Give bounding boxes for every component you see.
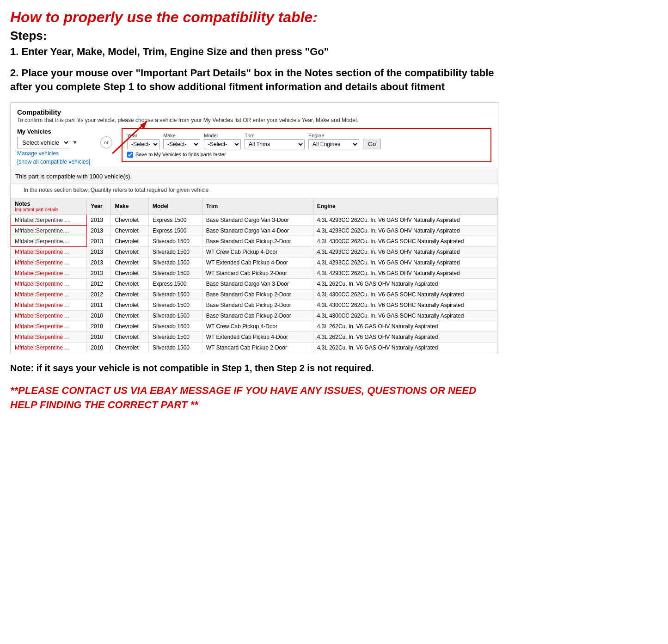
cell-model: Silverado 1500: [148, 342, 202, 353]
col-year: Year: [87, 198, 111, 215]
col-engine: Engine: [313, 198, 497, 215]
or-circle: or: [100, 136, 112, 148]
cell-notes: Mfrlabel:Serpentine ...: [11, 300, 87, 310]
cell-notes: Mfrlabel:Serpentine ...: [11, 246, 87, 257]
manage-vehicles-link[interactable]: Manage vehicles: [17, 150, 91, 157]
col-model: Model: [148, 198, 202, 215]
table-row: Mfrlabel:Serpentine ... 2013 Chevrolet S…: [11, 268, 498, 278]
cell-engine: 4.3L 4293CC 262Cu. In. V6 GAS OHV Natura…: [313, 257, 497, 268]
table-row: Mfrlabel:Serpentine ... 2011 Chevrolet S…: [11, 300, 498, 310]
cell-trim: WT Crew Cab Pickup 4-Door: [202, 246, 313, 257]
cell-year: 2013: [87, 246, 111, 257]
year-field: Year -Select-: [127, 133, 159, 149]
cell-model: Silverado 1500: [148, 236, 202, 246]
cell-trim: WT Standard Cab Pickup 2-Door: [202, 342, 313, 353]
dropdown-arrow-icon: ▼: [72, 139, 78, 146]
cell-engine: 4.3L 4300CC 262Cu. In. V6 GAS SOHC Natur…: [313, 310, 497, 321]
cell-trim: WT Standard Cab Pickup 2-Door: [202, 268, 313, 278]
cell-engine: 4.3L 262Cu. In. V6 GAS OHV Naturally Asp…: [313, 331, 497, 342]
cell-engine: 4.3L 262Cu. In. V6 GAS OHV Naturally Asp…: [313, 278, 497, 289]
model-select[interactable]: -Select-: [204, 139, 241, 149]
trim-label: Trim: [245, 133, 305, 138]
cell-make: Chevrolet: [111, 310, 149, 321]
make-label: Make: [163, 133, 200, 138]
qty-note: In the notes section below, Quantity ref…: [17, 184, 491, 198]
cell-year: 2013: [87, 236, 111, 246]
cell-notes: Mfrlabel:Serpentine ....: [11, 215, 87, 225]
cell-model: Silverado 1500: [148, 257, 202, 268]
engine-select[interactable]: All Engines: [308, 139, 359, 149]
cell-year: 2013: [87, 215, 111, 225]
cell-year: 2010: [87, 342, 111, 353]
cell-trim: Base Standard Cab Pickup 2-Door: [202, 236, 313, 246]
select-vehicle-row: Select vehicle ▼: [17, 137, 91, 148]
make-field: Make -Select-: [163, 133, 200, 149]
table-row: Mfrlabel:Serpentine.... 2013 Chevrolet E…: [11, 225, 498, 236]
model-label: Model: [204, 133, 241, 138]
save-checkbox[interactable]: [127, 152, 133, 158]
year-select[interactable]: -Select-: [127, 139, 159, 149]
table-row: Mfrlabel:Serpentine ... 2012 Chevrolet E…: [11, 278, 498, 289]
cell-make: Chevrolet: [111, 331, 149, 342]
cell-year: 2010: [87, 331, 111, 342]
cell-model: Silverado 1500: [148, 310, 202, 321]
cell-make: Chevrolet: [111, 215, 149, 225]
cell-trim: Base Standard Cargo Van 4-Door: [202, 225, 313, 236]
cell-engine: 4.3L 4300CC 262Cu. In. V6 GAS SOHC Natur…: [313, 236, 497, 246]
cell-trim: WT Crew Cab Pickup 4-Door: [202, 321, 313, 331]
cell-notes: Mfrlabel:Serpentine ...: [11, 342, 87, 353]
cell-trim: Base Standard Cargo Van 3-Door: [202, 215, 313, 225]
cell-notes: Mfrlabel:Serpentine....: [11, 236, 87, 246]
trim-select[interactable]: All Trims: [245, 139, 305, 149]
cell-engine: 4.3L 262Cu. In. V6 GAS OHV Naturally Asp…: [313, 321, 497, 331]
cell-make: Chevrolet: [111, 257, 149, 268]
cell-engine: 4.3L 262Cu. In. V6 GAS OHV Naturally Asp…: [313, 342, 497, 353]
cell-trim: Base Standard Cab Pickup 2-Door: [202, 310, 313, 321]
cell-engine: 4.3L 4300CC 262Cu. In. V6 GAS SOHC Natur…: [313, 300, 497, 310]
select-vehicle-dropdown[interactable]: Select vehicle: [17, 137, 70, 148]
save-label: Save to My Vehicles to finds parts faste…: [135, 152, 226, 157]
cell-year: 2011: [87, 300, 111, 310]
cell-make: Chevrolet: [111, 289, 149, 300]
cell-trim: Base Standard Cab Pickup 2-Door: [202, 289, 313, 300]
table-row: Mfrlabel:Serpentine ... 2010 Chevrolet S…: [11, 321, 498, 331]
vehicles-row: My Vehicles Select vehicle ▼ Manage vehi…: [17, 128, 491, 165]
contact-text: **PLEASE CONTACT US VIA EBAY MESSAGE IF …: [10, 384, 498, 412]
cell-make: Chevrolet: [111, 236, 149, 246]
table-header-row: Notes Important part details Year Make M…: [11, 198, 498, 215]
cell-model: Express 1500: [148, 225, 202, 236]
cell-model: Silverado 1500: [148, 321, 202, 331]
steps-title: Steps:: [10, 29, 498, 43]
cell-make: Chevrolet: [111, 225, 149, 236]
table-row: Mfrlabel:Serpentine.... 2013 Chevrolet S…: [11, 236, 498, 246]
my-vehicles-label: My Vehicles: [17, 128, 91, 135]
table-row: Mfrlabel:Serpentine ... 2013 Chevrolet S…: [11, 257, 498, 268]
compat-title: Compatibility: [17, 108, 491, 116]
cell-make: Chevrolet: [111, 321, 149, 331]
cell-model: Express 1500: [148, 278, 202, 289]
compatibility-box: Compatibility To confirm that this part …: [10, 102, 498, 353]
show-all-link[interactable]: [show all compatible vehicles]: [17, 159, 91, 165]
cell-year: 2013: [87, 257, 111, 268]
model-field: Model -Select-: [204, 133, 241, 149]
compat-notice: This part is compatible with 1000 vehicl…: [11, 169, 498, 184]
cell-notes: Mfrlabel:Serpentine ...: [11, 321, 87, 331]
cell-model: Silverado 1500: [148, 268, 202, 278]
cell-year: 2010: [87, 321, 111, 331]
ymm-form: Year -Select- Make -Select- Model -: [122, 128, 491, 162]
table-row: Mfrlabel:Serpentine ... 2012 Chevrolet S…: [11, 289, 498, 300]
engine-field: Engine All Engines: [308, 133, 359, 149]
cell-model: Silverado 1500: [148, 331, 202, 342]
engine-label: Engine: [308, 133, 359, 138]
year-label: Year: [127, 133, 159, 138]
cell-notes: Mfrlabel:Serpentine....: [11, 225, 87, 236]
make-select[interactable]: -Select-: [163, 139, 200, 149]
cell-notes: Mfrlabel:Serpentine ...: [11, 257, 87, 268]
trim-field: Trim All Trims: [245, 133, 305, 149]
cell-make: Chevrolet: [111, 246, 149, 257]
compat-table: Notes Important part details Year Make M…: [11, 198, 498, 353]
note-text: Note: if it says your vehicle is not com…: [10, 362, 498, 374]
go-button[interactable]: Go: [363, 139, 381, 149]
cell-trim: Base Standard Cab Pickup 2-Door: [202, 300, 313, 310]
cell-notes: Mfrlabel:Serpentine ...: [11, 278, 87, 289]
